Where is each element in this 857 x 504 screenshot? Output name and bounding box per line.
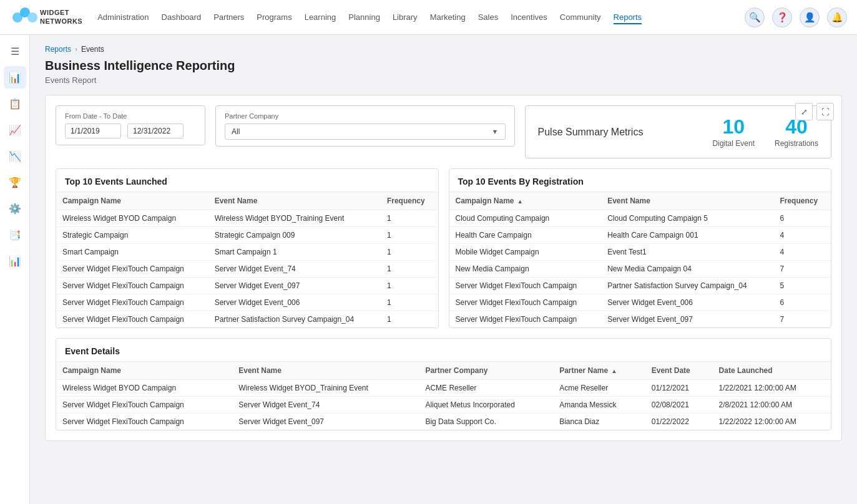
table-row: Health Care CampaignHealth Care Campaign…	[449, 227, 831, 244]
top10-launched-section: Top 10 Events Launched Campaign Name Eve…	[56, 168, 439, 328]
popout-button[interactable]: ⤢	[795, 103, 813, 120]
sidebar-menu-icon[interactable]: ☰	[4, 40, 26, 62]
nav-community[interactable]: Community	[560, 10, 601, 24]
table-cell: Wireless Widget BYOD_Training Event	[208, 210, 381, 227]
table-cell: Server Widget FlexiTouch Campaign	[56, 261, 208, 278]
logo-icon	[10, 5, 40, 30]
nav-partners[interactable]: Partners	[213, 10, 244, 24]
details-col-partner-name: Partner Name ▲	[553, 362, 645, 380]
partner-select-value: All	[232, 127, 240, 136]
help-button[interactable]: ❓	[772, 7, 792, 27]
user-avatar[interactable]: 👤	[800, 7, 820, 27]
details-col-event: Event Name	[232, 362, 419, 380]
nav-programs[interactable]: Programs	[257, 10, 291, 24]
table-cell: 1	[381, 294, 438, 311]
sidebar-analytics-icon[interactable]: 📈	[4, 119, 26, 141]
nav-marketing[interactable]: Marketing	[430, 10, 466, 24]
nav-learning[interactable]: Learning	[305, 10, 336, 24]
table-cell: Wireless Widget BYOD Campaign	[56, 210, 208, 227]
event-details-title: Event Details	[56, 339, 831, 362]
table-row: Server Widget FlexiTouch CampaignServer …	[56, 261, 438, 278]
nav-library[interactable]: Library	[393, 10, 418, 24]
table-cell: Smart Campaign 1	[208, 244, 381, 261]
sidebar-chart-icon[interactable]: 📊	[4, 250, 26, 272]
breadcrumb: Reports › Events	[45, 45, 842, 54]
page-subtitle: Events Report	[45, 75, 842, 85]
launched-col-event: Event Name	[208, 192, 381, 210]
sidebar-reports-icon[interactable]: 📊	[4, 66, 26, 89]
table-row: Strategic CampaignStrategic Campaign 009…	[56, 227, 438, 244]
table-cell: New Media Campaign 04	[601, 261, 773, 278]
table-row: Server Widget FlexiTouch CampaignServer …	[449, 311, 831, 328]
table-cell: Server Widget Event_74	[208, 261, 381, 278]
table-cell: 7	[773, 261, 831, 278]
details-col-partner-company: Partner Company	[419, 362, 553, 380]
search-button[interactable]: 🔍	[745, 7, 765, 27]
table-cell: Partner Satisfaction Survey Campaign_04	[208, 311, 381, 328]
table-cell: Bianca Diaz	[553, 414, 645, 430]
table-row: Server Widget FlexiTouch CampaignServer …	[56, 397, 831, 414]
nav-incentives[interactable]: Incentives	[511, 10, 547, 24]
pulse-registrations-metric: 40 Registrations	[775, 116, 818, 148]
partner-select-dropdown[interactable]: All ▼	[225, 124, 506, 140]
chevron-down-icon: ▼	[492, 128, 499, 135]
table-cell: 1	[381, 244, 438, 261]
to-date-input[interactable]	[127, 124, 184, 138]
table-cell: Strategic Campaign	[56, 227, 208, 244]
details-col-campaign: Campaign Name	[56, 362, 232, 380]
reg-col-campaign: Campaign Name ▲	[449, 192, 602, 210]
notifications-button[interactable]: 🔔	[827, 7, 847, 27]
table-cell: 6	[773, 210, 831, 227]
table-cell: Server Widget FlexiTouch Campaign	[56, 414, 232, 430]
sidebar-list-icon[interactable]: 📑	[4, 223, 26, 246]
from-date-input[interactable]	[65, 124, 121, 138]
table-cell: 1	[381, 311, 438, 328]
table-cell: Server Widget FlexiTouch Campaign	[449, 278, 602, 294]
table-cell: Big Data Support Co.	[419, 414, 553, 430]
pulse-digital-event-label: Digital Event	[713, 139, 755, 148]
sidebar-dashboard-icon[interactable]: 📋	[4, 92, 26, 115]
breadcrumb-events: Events	[81, 45, 104, 54]
table-row: Server Widget FlexiTouch CampaignPartner…	[449, 278, 831, 294]
nav-planning[interactable]: Planning	[348, 10, 380, 24]
sidebar-settings-icon[interactable]: ⚙️	[4, 197, 26, 220]
table-cell: 2/8/2021 12:00:00 AM	[713, 397, 831, 414]
page-title: Business Intelligence Reporting	[45, 59, 842, 73]
reg-col-event: Event Name	[601, 192, 773, 210]
table-cell: Wireless Widget BYOD Campaign	[56, 380, 232, 397]
table-cell: Cloud Computing Campaign 5	[601, 210, 773, 227]
table-cell: Health Care Campaign	[449, 227, 602, 244]
nav-dashboard[interactable]: Dashboard	[162, 10, 202, 24]
table-cell: Server Widget Event_097	[601, 311, 773, 328]
breadcrumb-reports[interactable]: Reports	[45, 45, 71, 54]
table-cell: Health Care Campaign 001	[601, 227, 773, 244]
top10-registration-section: Top 10 Events By Registration Campaign N…	[449, 168, 832, 328]
table-row: Smart CampaignSmart Campaign 11	[56, 244, 438, 261]
table-cell: 1	[381, 227, 438, 244]
partner-filter-label: Partner Company	[225, 112, 506, 120]
pulse-registrations-label: Registrations	[775, 139, 818, 148]
table-cell: 01/12/2021	[645, 380, 713, 397]
logo-text: WIDGET NETWORKS	[40, 9, 82, 25]
top10-registration-title: Top 10 Events By Registration	[449, 169, 831, 192]
table-cell: 02/08/2021	[645, 397, 713, 414]
table-cell: ACME Reseller	[419, 380, 553, 397]
table-cell: Mobile Widget Campaign	[449, 244, 602, 261]
top10-registration-table: Campaign Name ▲ Event Name Frequency Clo…	[449, 192, 831, 327]
sidebar-trends-icon[interactable]: 📉	[4, 145, 26, 167]
nav-sales[interactable]: Sales	[478, 10, 499, 24]
table-cell: Server Widget FlexiTouch Campaign	[56, 311, 208, 328]
table-cell: 5	[773, 278, 831, 294]
table-cell: Acme Reseller	[553, 380, 645, 397]
filters-row: From Date - To Date Partner Company All …	[56, 105, 831, 158]
table-row: Mobile Widget CampaignEvent Test14	[449, 244, 831, 261]
table-cell: 1/22/2022 12:00:00 AM	[713, 414, 831, 430]
main-content: Reports › Events Business Intelligence R…	[30, 35, 857, 504]
table-cell: 1	[381, 278, 438, 294]
fullscreen-button[interactable]: ⛶	[816, 103, 834, 120]
nav-administration[interactable]: Administration	[97, 10, 149, 24]
date-filter-label: From Date - To Date	[65, 112, 196, 120]
sidebar: ☰ 📊 📋 📈 📉 🏆 ⚙️ 📑 📊	[0, 35, 30, 504]
nav-reports[interactable]: Reports	[614, 10, 642, 24]
sidebar-achievements-icon[interactable]: 🏆	[4, 171, 26, 193]
